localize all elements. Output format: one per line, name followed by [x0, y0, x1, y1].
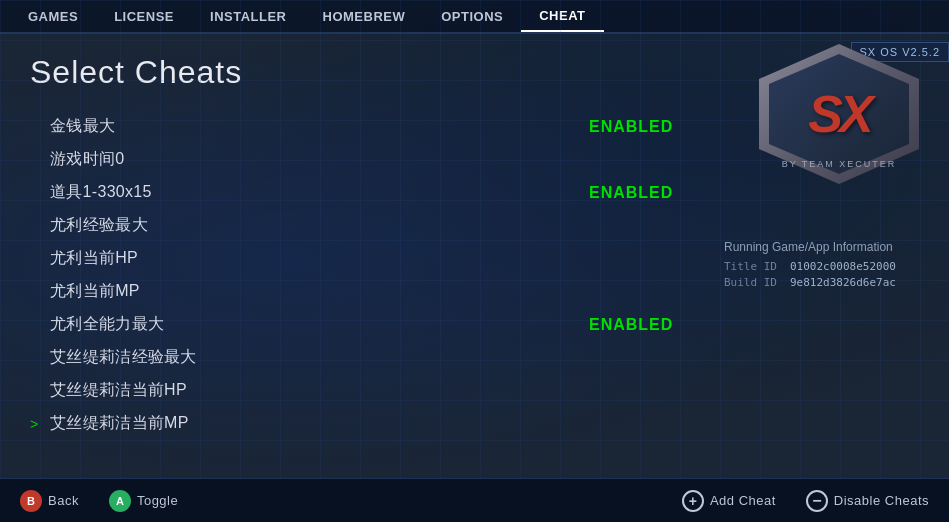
nav-games[interactable]: GAMES — [10, 0, 96, 32]
cheat-item[interactable]: 艾丝缇莉洁经验最大 — [30, 342, 709, 373]
cheat-status: ENABLED — [589, 184, 709, 202]
game-info: Running Game/App Information Title ID 01… — [724, 240, 934, 292]
build-id-row: Build ID 9e812d3826d6e7ac — [724, 276, 934, 289]
minus-icon: − — [806, 490, 828, 512]
back-button[interactable]: B Back — [20, 490, 79, 512]
sx-logo-text: SX — [808, 84, 869, 144]
cheat-item[interactable]: 尤利当前MP — [30, 276, 709, 307]
build-id-label: Build ID — [724, 276, 782, 289]
nav-license[interactable]: LICENSE — [96, 0, 192, 32]
a-button-icon: A — [109, 490, 131, 512]
cheat-name: 金钱最大 — [50, 116, 589, 137]
build-id-value: 9e812d3826d6e7ac — [790, 276, 896, 289]
cheat-name: 游戏时间0 — [50, 149, 709, 170]
bottom-bar: B Back A Toggle + Add Cheat − Disable Ch… — [0, 478, 949, 522]
selected-arrow-icon: > — [30, 416, 42, 432]
toggle-label: Toggle — [137, 493, 178, 508]
cheat-name: 道具1-330x15 — [50, 182, 589, 203]
cheat-name: 尤利当前MP — [50, 281, 709, 302]
cheat-item[interactable]: 尤利全能力最大ENABLED — [30, 309, 709, 340]
title-id-label: Title ID — [724, 260, 782, 273]
add-cheat-label: Add Cheat — [710, 493, 776, 508]
cheat-item[interactable]: >艾丝缇莉洁当前MP — [30, 408, 709, 439]
add-cheat-button[interactable]: + Add Cheat — [682, 490, 776, 512]
team-label: BY TEAM XECUTER — [782, 159, 897, 169]
nav-installer[interactable]: INSTALLER — [192, 0, 304, 32]
logo-area: SX OS V2.5.2 SX BY TEAM XECUTER — [729, 34, 949, 234]
logo-hex: SX BY TEAM XECUTER — [749, 44, 929, 184]
b-button-icon: B — [20, 490, 42, 512]
nav-bar: GAMES LICENSE INSTALLER HOMEBREW OPTIONS… — [0, 0, 949, 34]
cheat-name: 尤利当前HP — [50, 248, 709, 269]
cheat-item[interactable]: 尤利经验最大 — [30, 210, 709, 241]
nav-options[interactable]: OPTIONS — [423, 0, 521, 32]
title-id-value: 01002c0008e52000 — [790, 260, 896, 273]
disable-cheats-label: Disable Cheats — [834, 493, 929, 508]
disable-cheats-button[interactable]: − Disable Cheats — [806, 490, 929, 512]
cheat-status: ENABLED — [589, 316, 709, 334]
nav-homebrew[interactable]: HOMEBREW — [305, 0, 424, 32]
cheats-list: 金钱最大ENABLED游戏时间0道具1-330x15ENABLED尤利经验最大尤… — [30, 111, 709, 439]
page-title: Select Cheats — [30, 54, 709, 91]
cheat-status: ENABLED — [589, 118, 709, 136]
cheat-name: 尤利经验最大 — [50, 215, 709, 236]
cheat-item[interactable]: 游戏时间0 — [30, 144, 709, 175]
cheat-name: 艾丝缇莉洁当前MP — [50, 413, 709, 434]
cheat-item[interactable]: 金钱最大ENABLED — [30, 111, 709, 142]
game-info-title: Running Game/App Information — [724, 240, 934, 254]
toggle-button[interactable]: A Toggle — [109, 490, 178, 512]
title-id-row: Title ID 01002c0008e52000 — [724, 260, 934, 273]
nav-cheat[interactable]: CHEAT — [521, 0, 603, 32]
cheat-item[interactable]: 道具1-330x15ENABLED — [30, 177, 709, 208]
cheat-name: 尤利全能力最大 — [50, 314, 589, 335]
cheat-item[interactable]: 艾丝缇莉洁当前HP — [30, 375, 709, 406]
cheat-name: 艾丝缇莉洁当前HP — [50, 380, 709, 401]
cheat-name: 艾丝缇莉洁经验最大 — [50, 347, 709, 368]
back-label: Back — [48, 493, 79, 508]
cheat-item[interactable]: 尤利当前HP — [30, 243, 709, 274]
plus-icon: + — [682, 490, 704, 512]
